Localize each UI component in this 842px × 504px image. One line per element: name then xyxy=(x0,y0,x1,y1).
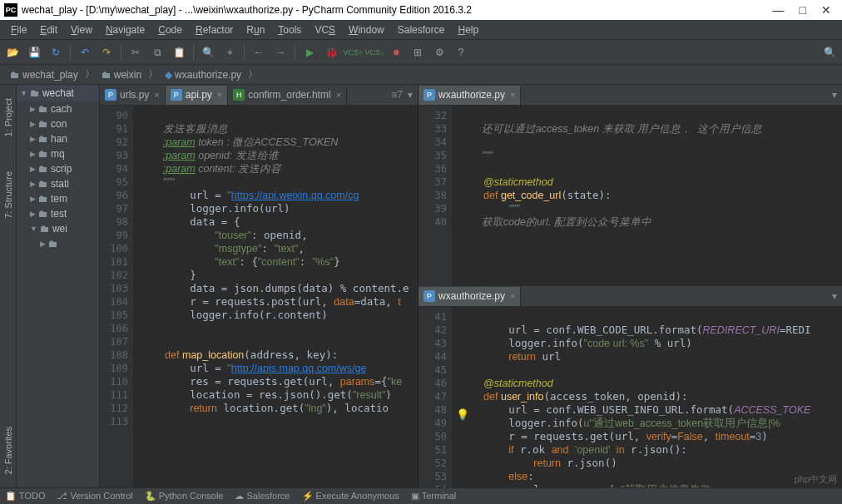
menu-window[interactable]: Window xyxy=(343,22,390,37)
python-file-icon: P xyxy=(423,290,435,302)
folder-icon: 🖿 xyxy=(102,69,111,81)
menu-vcs[interactable]: VCS xyxy=(309,22,341,37)
status-salesforce[interactable]: ☁ Salesforce xyxy=(235,491,290,502)
vcs-up-icon[interactable]: VCS↑ xyxy=(345,45,360,60)
close-icon[interactable]: × xyxy=(154,90,159,100)
chevron-down-icon[interactable]: ▾ xyxy=(832,290,837,302)
tree-item[interactable]: ▼🖿wei xyxy=(17,221,99,236)
cut-icon[interactable]: ✂ xyxy=(128,45,143,60)
maximize-button[interactable]: □ xyxy=(800,3,806,17)
open-icon[interactable]: 📂 xyxy=(5,45,20,60)
tree-item[interactable]: ▶🖿test xyxy=(17,206,99,221)
status-python-console[interactable]: 🐍 Python Console xyxy=(145,491,224,502)
lightbulb-icon[interactable]: 💡 xyxy=(456,408,469,421)
code-area[interactable]: url = conf.WEB_CODE_URL.format(REDIRECT_… xyxy=(452,307,842,487)
status-execute-anon[interactable]: ⚡ Execute Anonymous xyxy=(302,491,399,502)
code-area[interactable]: 发送客服消息 :param token : 微信ACCESS_TOKEN :pa… xyxy=(133,106,418,487)
tab-wxauthorize-bottom[interactable]: Pwxauthorize.py× xyxy=(419,287,521,306)
save-icon[interactable]: 💾 xyxy=(27,45,42,60)
back-icon[interactable]: ← xyxy=(251,45,266,60)
right-top-editor[interactable]: 323334353637383940 还可以通过access_token 来获取… xyxy=(419,106,842,286)
menu-edit[interactable]: Edit xyxy=(34,22,63,37)
redo-icon[interactable]: ↷ xyxy=(99,45,114,60)
tool-tab-project[interactable]: 1: Project xyxy=(2,93,15,141)
gutter: 323334353637383940 xyxy=(419,106,452,286)
close-icon[interactable]: × xyxy=(217,90,222,100)
tree-item[interactable]: ▶🖿cach xyxy=(17,101,99,116)
debug-icon[interactable]: 🐞 xyxy=(324,45,339,60)
menu-tools[interactable]: Tools xyxy=(272,22,307,37)
vcs-down-icon[interactable]: VCS↓ xyxy=(367,45,382,60)
tab-confirm-order[interactable]: Hconfirm_order.html× xyxy=(228,86,347,105)
breadcrumb-root[interactable]: 🖿wechat_play xyxy=(5,69,83,81)
menu-code[interactable]: Code xyxy=(152,22,188,37)
replace-icon[interactable]: ⌖ xyxy=(222,45,237,60)
tree-item[interactable]: ▶🖿stati xyxy=(17,176,99,191)
paste-icon[interactable]: 📋 xyxy=(171,45,186,60)
breadcrumb-file[interactable]: ◆wxauthorize.py xyxy=(160,69,246,81)
refresh-icon[interactable]: ↻ xyxy=(48,45,63,60)
code-area[interactable]: 还可以通过access_token 来获取 用户信息， 这个用户信息 """ @… xyxy=(452,106,842,286)
status-todo[interactable]: 📋 TODO xyxy=(5,491,45,502)
gutter: 9091929394959697989910010110210310410510… xyxy=(100,106,133,487)
window-titlebar: PC wechat_play - [D:\my\wechat_play] - .… xyxy=(0,0,842,20)
help-icon[interactable]: ? xyxy=(453,45,468,60)
settings-icon[interactable]: ⚙ xyxy=(432,45,447,60)
right-bottom-editor[interactable]: 💡 4142434445464748495051525354 url = con… xyxy=(419,307,842,487)
left-editor[interactable]: 9091929394959697989910010110210310410510… xyxy=(100,106,418,487)
tree-item[interactable]: ▶🖿scrip xyxy=(17,161,99,176)
close-button[interactable]: ✕ xyxy=(821,3,831,17)
navigation-bar: 🖿wechat_play〉 🖿weixin〉 ◆wxauthorize.py〉 xyxy=(0,65,842,85)
chevron-down-icon[interactable]: ▾ xyxy=(408,89,413,101)
tree-item[interactable]: ▶🖿mq xyxy=(17,146,99,161)
main-toolbar: 📂 💾 ↻ ↶ ↷ ✂ ⧉ 📋 🔍 ⌖ ← → ▶ 🐞 VCS↑ VCS↓ ■ … xyxy=(0,40,842,65)
menu-bar: File Edit View Navigate Code Refactor Ru… xyxy=(0,20,842,40)
copy-icon[interactable]: ⧉ xyxy=(150,45,165,60)
find-icon[interactable]: 🔍 xyxy=(201,45,215,60)
run-icon[interactable]: ▶ xyxy=(302,45,317,60)
menu-file[interactable]: File xyxy=(5,22,32,37)
tree-item[interactable]: ▶🖿 xyxy=(17,236,99,251)
search-everywhere-icon[interactable]: 🔍 xyxy=(822,45,837,60)
menu-help[interactable]: Help xyxy=(452,22,484,37)
tree-item[interactable]: ▶🖿tem xyxy=(17,191,99,206)
left-tool-strip: 1: Project 7: Structure 2: Favorites xyxy=(0,85,17,487)
row-indicator: ≡7 xyxy=(391,89,403,101)
status-terminal[interactable]: ▣ Terminal xyxy=(411,491,456,502)
tab-api[interactable]: Papi.py× xyxy=(166,86,228,105)
close-icon[interactable]: × xyxy=(510,291,515,301)
python-file-icon: P xyxy=(171,89,182,101)
menu-run[interactable]: Run xyxy=(240,22,270,37)
python-file-icon: ◆ xyxy=(165,69,172,81)
chevron-down-icon[interactable]: ▾ xyxy=(832,89,837,101)
menu-view[interactable]: View xyxy=(65,22,98,37)
close-icon[interactable]: × xyxy=(336,90,341,100)
tree-root[interactable]: ▼🖿wechat xyxy=(17,85,99,101)
python-file-icon: P xyxy=(423,89,435,101)
status-vcs[interactable]: ⎇ Version Control xyxy=(57,491,132,502)
structure-icon[interactable]: ⊞ xyxy=(410,45,425,60)
tab-wxauthorize-top[interactable]: Pwxauthorize.py× xyxy=(419,86,521,105)
tab-urls[interactable]: Purls.py× xyxy=(100,86,166,105)
status-bar: 📋 TODO ⎇ Version Control 🐍 Python Consol… xyxy=(0,487,842,504)
menu-navigate[interactable]: Navigate xyxy=(100,22,151,37)
menu-refactor[interactable]: Refactor xyxy=(190,22,239,37)
app-icon: PC xyxy=(4,3,17,17)
tool-tab-structure[interactable]: 7: Structure xyxy=(2,166,15,224)
watermark: php中文网 xyxy=(795,473,837,486)
breadcrumb-folder[interactable]: 🖿weixin xyxy=(97,69,146,81)
menu-salesforce[interactable]: Salesforce xyxy=(392,22,451,37)
tool-tab-favorites[interactable]: 2: Favorites xyxy=(2,422,15,479)
tree-item[interactable]: ▶🖿han xyxy=(17,131,99,146)
window-title: wechat_play - [D:\my\wechat_play] - ...\… xyxy=(22,4,773,16)
minimize-button[interactable]: — xyxy=(773,3,785,17)
close-icon[interactable]: × xyxy=(510,90,515,100)
undo-icon[interactable]: ↶ xyxy=(77,45,92,60)
gutter: 4142434445464748495051525354 xyxy=(419,307,452,487)
forward-icon[interactable]: → xyxy=(273,45,288,60)
html-file-icon: H xyxy=(233,89,245,101)
tree-item[interactable]: ▶🖿con xyxy=(17,116,99,131)
project-tree[interactable]: ▼🖿wechat ▶🖿cach ▶🖿con ▶🖿han ▶🖿mq ▶🖿scrip… xyxy=(17,85,100,487)
stop-icon[interactable]: ■ xyxy=(389,45,404,60)
python-file-icon: P xyxy=(105,89,116,101)
